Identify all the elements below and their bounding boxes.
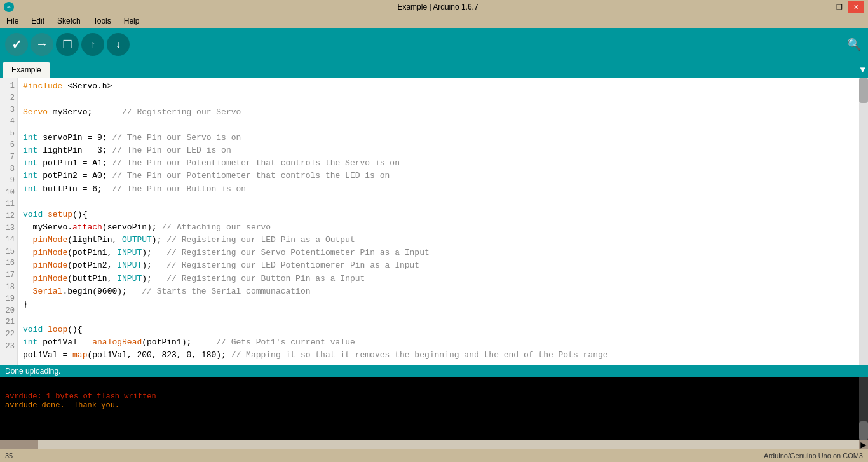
code-line-20: void loop(){ [23, 323, 863, 336]
code-line-4 [23, 119, 863, 132]
menu-help[interactable]: Help [120, 15, 144, 27]
toolbar: ✓ → ☐ ↑ ↓ 🔍 [0, 28, 868, 60]
titlebar: ∞ Example | Arduino 1.6.7 — ❐ ✕ [0, 0, 868, 14]
tabbar: Example ▼ [0, 60, 868, 78]
tab-dropdown-arrow[interactable]: ▼ [860, 62, 865, 78]
menu-edit[interactable]: Edit [27, 15, 48, 27]
code-line-1: #include <Servo.h> [23, 80, 863, 93]
console-line-red: avrdude: 1 bytes of flash written [5, 392, 863, 401]
line-numbers: 12345 678910 1112131415 1617181920 21222… [0, 78, 18, 364]
menu-file[interactable]: File [3, 15, 22, 27]
code-line-3: Servo myServo; // Registering our Servo [23, 106, 863, 119]
verify-button[interactable]: ✓ [5, 33, 28, 56]
code-line-17: Serial.begin(9600); // Starts the Serial… [23, 285, 863, 298]
code-line-12: myServo.attach(servoPin); // Attaching o… [23, 221, 863, 234]
tab-label: Example [11, 65, 41, 74]
code-line-21: int pot1Val = analogRead(potPin1); // Ge… [23, 336, 863, 349]
done-uploading-text: Done uploading. [5, 367, 60, 376]
menu-tools[interactable]: Tools [90, 15, 115, 27]
scrollbar-right-arrow[interactable]: ▶ [859, 440, 868, 449]
console-output: avrdude: 1 bytes of flash written avrdud… [0, 377, 868, 440]
code-content[interactable]: #include <Servo.h> Servo myServo; // Reg… [18, 78, 868, 364]
code-line-16: pinMode(buttPin, INPUT); // Registering … [23, 273, 863, 285]
code-line-7: int potPin1 = A1; // The Pin our Potenti… [23, 157, 863, 170]
code-line-13: pinMode(lightPin, OUTPUT); // Registerin… [23, 234, 863, 247]
status-bar: Done uploading. [0, 365, 868, 377]
new-button[interactable]: ☐ [56, 33, 79, 56]
code-line-10 [23, 196, 863, 208]
code-line-11: void setup(){ [23, 208, 863, 221]
code-line-9: int buttPin = 6; // The Pin our Button i… [23, 183, 863, 196]
code-line-8: int potPin2 = A0; // The Pin our Potenti… [23, 170, 863, 182]
code-line-23: pot1Val = constrain(pot1Val, 0, 180); //… [23, 362, 863, 365]
code-line-19 [23, 311, 863, 323]
code-line-18: } [23, 298, 863, 311]
search-button[interactable]: 🔍 [845, 36, 863, 53]
upload-button[interactable]: → [31, 33, 53, 56]
code-line-2 [23, 93, 863, 106]
window-title: Example | Arduino 1.6.7 [4, 3, 868, 11]
code-line-22: pot1Val = map(pot1Val, 200, 823, 0, 180)… [23, 349, 863, 362]
bottom-scrollbar[interactable]: ▶ [0, 440, 868, 449]
board-status-display: Arduino/Genuino Uno on COM3 [764, 452, 863, 459]
menu-sketch[interactable]: Sketch [53, 15, 85, 27]
code-editor[interactable]: 12345 678910 1112131415 1617181920 21222… [0, 78, 868, 364]
tab-example[interactable]: Example [3, 62, 50, 78]
editor-scrollbar-thumb[interactable] [859, 78, 868, 103]
console-line-orange: avrdude done. Thank you. [5, 401, 863, 410]
code-line-5: int servoPin = 9; // The Pin our Servo i… [23, 132, 863, 144]
code-line-15: pinMode(potPin2, INPUT); // Registering … [23, 259, 863, 272]
code-line-6: int lightPin = 3; // The Pin our LED is … [23, 144, 863, 157]
line-number-display: 35 [5, 452, 13, 459]
editor-scrollbar[interactable] [859, 78, 868, 364]
bottom-scrollbar-thumb[interactable] [0, 440, 38, 449]
bottom-status-bar: 35 Arduino/Genuino Uno on COM3 [0, 449, 868, 462]
open-button[interactable]: ↑ [81, 33, 104, 56]
save-button[interactable]: ↓ [107, 33, 130, 56]
code-line-14: pinMode(potPin1, INPUT); // Registering … [23, 247, 863, 259]
main-container: ✓ → ☐ ↑ ↓ 🔍 Example ▼ 12345 678910 11121… [0, 28, 868, 462]
console-scrollbar[interactable] [859, 377, 868, 440]
menubar: File Edit Sketch Tools Help [0, 14, 868, 28]
bottom-scrollbar-track[interactable] [0, 440, 859, 449]
console-scrollbar-thumb[interactable] [859, 421, 868, 440]
